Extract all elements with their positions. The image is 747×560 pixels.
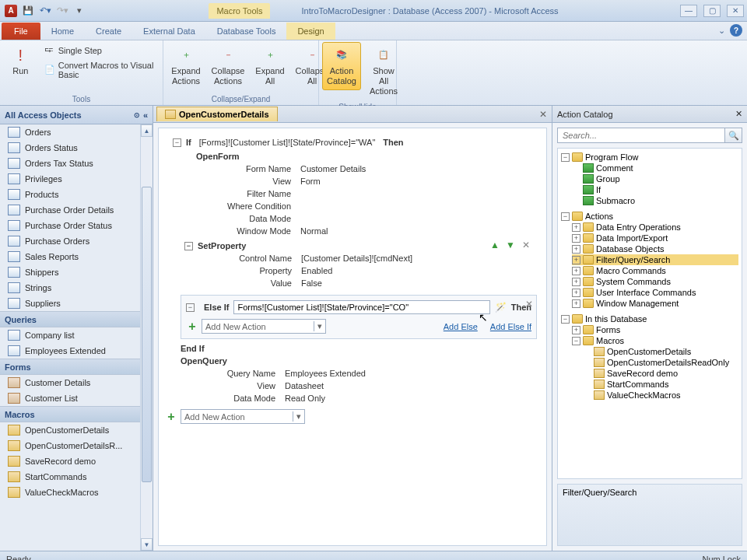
nav-item-table[interactable]: Orders (0, 124, 153, 140)
tree-node-actions[interactable]: Actions (585, 212, 613, 221)
nav-item-table[interactable]: Purchase Orders (0, 233, 153, 249)
tree-item[interactable]: +User Interface Commands (572, 287, 738, 298)
nav-item-table[interactable]: Orders Status (0, 140, 153, 156)
collapse-toggle[interactable]: − (186, 303, 195, 312)
tree-node-forms[interactable]: Forms (596, 325, 620, 334)
show-all-actions-button[interactable]: 📋Show All Actions (364, 42, 403, 101)
move-up-icon[interactable]: ▲ (489, 240, 500, 250)
prop-value[interactable]: False (301, 278, 322, 288)
nav-group-forms[interactable]: Forms⌃ (0, 359, 153, 375)
expander-icon[interactable]: + (572, 245, 580, 254)
expander-icon[interactable]: + (572, 299, 580, 308)
nav-item-table[interactable]: Purchase Order Details (0, 202, 153, 218)
nav-item-macro[interactable]: OpenCustomerDetails (0, 422, 153, 438)
expand-actions-button[interactable]: ＋Expand Actions (167, 42, 205, 90)
undo-icon[interactable]: ↶▾ (37, 3, 53, 19)
nav-dropdown-icon[interactable]: ⊙ (134, 111, 140, 119)
action-setproperty[interactable]: SetProperty (198, 241, 246, 250)
tree-item[interactable]: +Macro Commands (572, 265, 738, 276)
expander-icon[interactable]: + (572, 289, 580, 297)
scroll-down-icon[interactable]: ▼ (141, 538, 153, 551)
tree-item[interactable]: +Filter/Query/Search (572, 254, 738, 265)
move-down-icon[interactable]: ▼ (505, 240, 516, 250)
nav-header[interactable]: All Access Objects ⊙ « (0, 106, 153, 124)
nav-item-form[interactable]: Customer Details (0, 375, 153, 390)
tab-create[interactable]: Create (85, 23, 132, 40)
tree-item[interactable]: SaveRecord demo (594, 368, 738, 379)
nav-item-table[interactable]: Sales Reports (0, 249, 153, 264)
nav-item-form[interactable]: Customer List (0, 390, 153, 406)
prop-value[interactable]: [Customer Details]![cmdNext] (301, 254, 412, 263)
dropdown-icon[interactable]: ▾ (314, 321, 322, 331)
if-condition[interactable]: [Forms]![Customer List]![State/Province]… (191, 138, 384, 147)
help-icon[interactable]: ? (730, 24, 742, 37)
expander-icon[interactable]: + (572, 267, 580, 275)
nav-group-queries[interactable]: Queries⌃ (0, 311, 153, 327)
nav-item-macro[interactable]: ValueCheckMacros (0, 485, 153, 500)
nav-item-table[interactable]: Products (0, 187, 153, 202)
expander-icon[interactable]: + (572, 223, 580, 232)
nav-item-table[interactable]: Suppliers (0, 296, 153, 311)
expander-icon[interactable]: + (572, 234, 580, 243)
nav-collapse-icon[interactable]: « (143, 110, 148, 120)
nav-item-query[interactable]: Company list (0, 327, 153, 343)
single-step-button[interactable]: ⮓Single Step (41, 44, 160, 58)
prop-value[interactable]: Read Only (285, 394, 325, 403)
app-icon[interactable]: A (3, 3, 19, 19)
prop-value[interactable]: Customer Details (300, 164, 366, 173)
prop-value[interactable]: Datasheet (285, 381, 324, 390)
run-button[interactable]: ! Run (3, 42, 38, 80)
nav-item-table[interactable]: Privileges (0, 171, 153, 187)
nav-item-macro[interactable]: OpenCustomerDetailsR... (0, 438, 153, 453)
nav-item-table[interactable]: Shippers (0, 264, 153, 280)
tree-item[interactable]: +Data Entry Operations (572, 222, 738, 233)
file-tab[interactable]: File (2, 23, 40, 40)
tab-database-tools[interactable]: Database Tools (206, 23, 287, 40)
dropdown-icon[interactable]: ▾ (293, 411, 301, 422)
catalog-search-input[interactable] (557, 128, 725, 143)
tree-item[interactable]: +Window Management (572, 298, 738, 309)
tree-item[interactable]: ValueCheckMacros (594, 390, 738, 401)
nav-group-macros[interactable]: Macros⌃ (0, 406, 153, 422)
save-icon[interactable]: 💾 (20, 3, 36, 19)
tree-item[interactable]: StartCommands (594, 379, 738, 390)
expander-icon[interactable]: + (572, 256, 580, 264)
add-else-link[interactable]: Add Else (444, 322, 478, 331)
tree-item[interactable]: If (583, 184, 738, 195)
convert-macros-button[interactable]: 📄Convert Macros to Visual Basic (41, 59, 160, 81)
expander-icon[interactable]: − (572, 337, 580, 345)
search-icon[interactable]: 🔍 (725, 128, 742, 143)
nav-scrollbar[interactable]: ▲ ▼ (140, 124, 153, 551)
ribbon-minimize-icon[interactable]: ⌄ (718, 26, 725, 36)
expander-icon[interactable]: − (561, 315, 570, 324)
maximize-button[interactable]: ▢ (703, 5, 721, 17)
prop-value[interactable]: Enabled (301, 266, 332, 275)
tree-item[interactable]: Submacro (583, 195, 738, 206)
prop-value[interactable]: Normal (300, 226, 328, 236)
catalog-close-icon[interactable]: ✕ (735, 109, 742, 119)
tree-node-inthisdb[interactable]: In this Database (585, 314, 647, 324)
action-catalog-button[interactable]: 📚Action Catalog (322, 42, 361, 90)
scroll-thumb[interactable] (142, 187, 152, 482)
collapse-actions-button[interactable]: －Collapse Actions (209, 42, 247, 90)
tab-home[interactable]: Home (40, 23, 85, 40)
catalog-tree[interactable]: −Program Flow CommentGroupIfSubmacro −Ac… (557, 148, 742, 479)
nav-item-table[interactable]: Orders Tax Status (0, 156, 153, 171)
tree-item[interactable]: +System Commands (572, 276, 738, 287)
minimize-button[interactable]: — (680, 5, 697, 17)
document-close-icon[interactable]: ✕ (539, 109, 547, 120)
tree-item[interactable]: Comment (583, 163, 738, 173)
tree-item[interactable]: OpenCustomerDetailsReadOnly (594, 357, 738, 368)
action-openquery[interactable]: OpenQuery (168, 356, 537, 366)
tree-item[interactable]: +Data Import/Export (572, 233, 738, 243)
add-icon[interactable]: + (165, 411, 177, 423)
scroll-up-icon[interactable]: ▲ (141, 124, 153, 137)
expand-all-button[interactable]: ＋Expand All (251, 42, 289, 90)
nav-item-table[interactable]: Purchase Order Status (0, 218, 153, 233)
expander-icon[interactable]: − (561, 212, 570, 221)
collapse-toggle[interactable]: − (184, 242, 193, 250)
add-new-action-combo[interactable]: Add New Action▾ (202, 319, 326, 334)
elseif-delete-icon[interactable]: ✕ (525, 299, 533, 310)
prop-value[interactable]: Form (300, 177, 321, 186)
nav-item-query[interactable]: Employees Extended (0, 343, 153, 359)
